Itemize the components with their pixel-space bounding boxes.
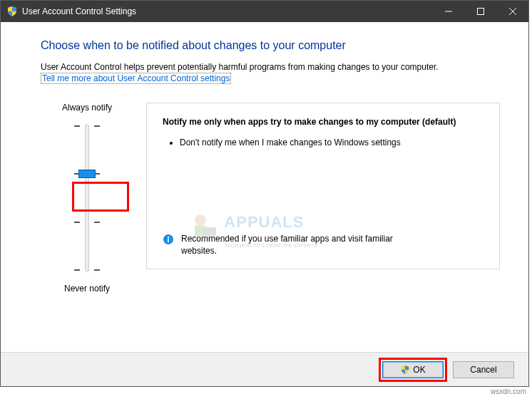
minimize-button[interactable] (432, 1, 464, 22)
dialog-footer: OK Cancel (1, 352, 528, 386)
slider-thumb[interactable] (78, 170, 96, 178)
info-panel: Notify me only when apps try to make cha… (146, 103, 500, 269)
highlight-ok: OK (379, 358, 447, 382)
uac-shield-icon (6, 6, 18, 17)
slider-tick (66, 123, 108, 130)
svg-rect-3 (168, 237, 169, 238)
slider-tick (66, 266, 108, 274)
level-detail: Don't notify me when I make changes to W… (180, 137, 408, 149)
source-footnote: wsxdn.com (491, 388, 526, 394)
svg-rect-0 (477, 9, 484, 15)
page-subtext: User Account Control helps prevent poten… (41, 62, 500, 72)
titlebar: User Account Control Settings (1, 1, 528, 22)
close-button[interactable] (496, 1, 528, 22)
slider-top-label: Always notify (62, 103, 112, 113)
ok-button[interactable]: OK (382, 361, 444, 378)
cancel-button[interactable]: Cancel (453, 361, 514, 378)
svg-rect-2 (168, 239, 169, 242)
window-title: User Account Control Settings (22, 6, 432, 16)
level-title: Notify me only when apps try to make cha… (163, 116, 484, 128)
learn-more-link[interactable]: Tell me more about User Account Control … (41, 73, 231, 84)
cancel-label: Cancel (470, 365, 496, 375)
page-heading: Choose when to be notified about changes… (41, 39, 500, 52)
slider-bottom-label: Never notify (64, 284, 110, 294)
slider-column: Always notify Never notify (41, 103, 133, 294)
info-icon (163, 234, 174, 245)
slider-tick (66, 219, 108, 226)
ok-label: OK (413, 365, 425, 375)
uac-settings-window: User Account Control Settings Choose whe… (0, 0, 529, 387)
uac-shield-icon (400, 365, 410, 375)
content-area: Choose when to be notified about changes… (1, 22, 528, 352)
maximize-button[interactable] (464, 1, 496, 22)
recommendation-text: Recommended if you use familiar apps and… (181, 233, 409, 257)
notification-slider[interactable] (66, 120, 108, 276)
